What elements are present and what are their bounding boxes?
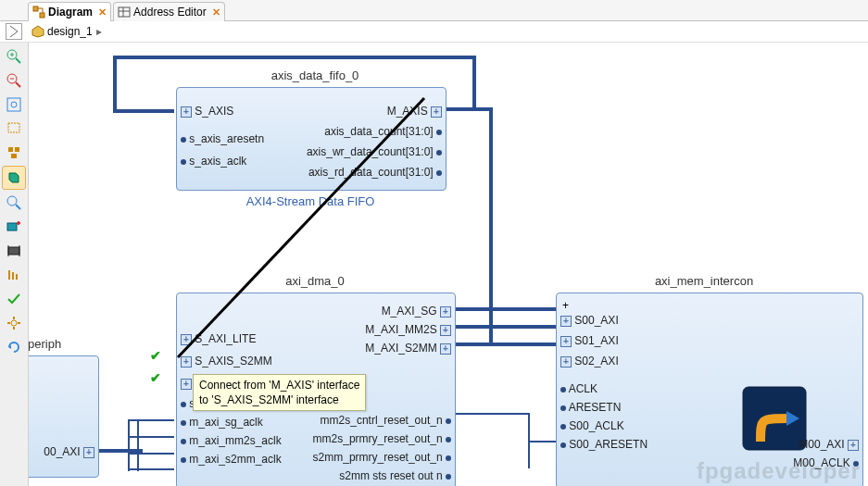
port-fifo-data-count[interactable]: axis_data_count[31:0] <box>324 125 442 138</box>
wire <box>456 413 530 415</box>
expand-icon[interactable]: + <box>848 440 859 451</box>
breadcrumb-nav-icon[interactable] <box>6 23 22 40</box>
port-ic-s02-axi[interactable]: + S02_AXI <box>560 355 619 368</box>
bars-icon[interactable] <box>3 264 25 286</box>
port-dma-s-axi-lite[interactable]: + S_AXI_LITE <box>181 332 256 345</box>
tab-address-editor[interactable]: Address Editor ✕ <box>113 2 225 21</box>
expand-icon[interactable]: + <box>560 356 572 368</box>
tooltip-line1: Connect from 'M_AXIS' interface <box>199 378 359 393</box>
port-dma-mm2s-prmry-reset[interactable]: mm2s_prmry_reset_out_n <box>313 432 451 445</box>
expand-icon[interactable]: + <box>560 336 572 347</box>
svg-rect-0 <box>33 6 38 11</box>
watermark: fpgadeveloper <box>697 458 861 484</box>
port-ic-m00-axi[interactable]: M00_AXI + <box>799 438 859 451</box>
port-fifo-s-axis[interactable]: + S_AXIS <box>181 105 233 118</box>
port-dma-mm2s-cntrl-reset[interactable]: mm2s_cntrl_reset_out_n <box>321 414 451 427</box>
constraints-icon[interactable] <box>3 240 25 262</box>
tab-address-editor-close-icon[interactable]: ✕ <box>212 6 220 19</box>
svg-rect-29 <box>12 272 14 280</box>
expand-icon[interactable]: + <box>83 447 94 458</box>
wire <box>128 436 174 438</box>
add-ip-icon[interactable] <box>3 216 25 238</box>
wire <box>113 56 117 110</box>
svg-line-11 <box>16 82 20 87</box>
svg-rect-15 <box>8 123 19 132</box>
port-fifo-aresetn[interactable]: s_axis_aresetn <box>181 132 264 145</box>
auto-layout-icon[interactable] <box>3 142 25 164</box>
expand-icon[interactable]: + <box>440 306 451 318</box>
port-dma-s2mm-prmry-reset[interactable]: s2mm_prmry_reset_out_n <box>313 451 451 464</box>
settings-icon[interactable] <box>3 312 25 334</box>
svg-rect-25 <box>8 247 19 255</box>
svg-line-21 <box>16 205 20 209</box>
wire <box>456 307 558 311</box>
wire <box>472 56 476 109</box>
expand-icon[interactable]: + <box>440 325 451 336</box>
validate-icon[interactable] <box>3 288 25 310</box>
zoom-in-icon[interactable] <box>3 45 25 68</box>
expand-icon[interactable]: + <box>560 316 572 327</box>
tab-diagram-close-icon[interactable]: ✕ <box>98 6 107 19</box>
port-periph-00-axi[interactable]: 00_AXI + <box>44 445 94 458</box>
svg-rect-16 <box>8 147 13 152</box>
sidebar-toolbar <box>0 43 29 486</box>
expand-icon[interactable]: + <box>181 356 192 368</box>
wire <box>128 419 130 471</box>
port-dma-m-axi-mm2s-aclk[interactable]: m_axi_mm2s_aclk <box>181 434 282 447</box>
svg-line-7 <box>16 58 20 63</box>
interconnect-icon <box>742 386 807 451</box>
design-icon <box>31 25 44 38</box>
svg-point-20 <box>7 196 17 206</box>
port-fifo-aclk[interactable]: s_axis_aclk <box>181 155 246 168</box>
port-dma-s2mm-sts-reset[interactable]: s2mm sts reset out n <box>339 469 451 482</box>
diagram-canvas[interactable]: axis_data_fifo_0 + S_AXIS s_axis_aresetn… <box>28 43 868 486</box>
port-dma-m-axi-sg[interactable]: M_AXI_SG + <box>382 305 451 318</box>
svg-rect-28 <box>8 270 10 280</box>
port-ic-s00-axi[interactable]: + S00_AXI <box>560 314 619 327</box>
svg-rect-17 <box>15 147 19 152</box>
svg-point-31 <box>11 320 17 326</box>
breadcrumb-design-label[interactable]: design_1 <box>47 25 93 38</box>
wire <box>128 453 174 455</box>
regenerate-icon[interactable] <box>3 336 25 358</box>
breadcrumb: design_1 ▸ <box>28 21 868 43</box>
expand-block-icon[interactable]: + <box>562 299 569 312</box>
tab-diagram[interactable]: Diagram ✕ <box>28 2 111 21</box>
port-ic-s01-axi[interactable]: + S01_AXI <box>560 334 619 347</box>
expand-icon[interactable]: + <box>181 379 192 390</box>
port-dma-m-axi-s2mm[interactable]: M_AXI_S2MM + <box>365 342 451 355</box>
expand-icon[interactable]: + <box>181 106 192 118</box>
check-icon: ✔ <box>150 370 161 385</box>
axis-data-fifo-block[interactable]: + S_AXIS s_axis_aresetn s_axis_aclk M_AX… <box>176 87 447 191</box>
port-ic-s00-aclk[interactable]: S00_ACLK <box>560 419 624 432</box>
highlight-icon[interactable] <box>2 166 26 190</box>
port-dma-m-axi-sg-aclk[interactable]: m_axi_sg_aclk <box>181 416 263 429</box>
port-dma-m-axi-mm2s[interactable]: M_AXI_MM2S + <box>365 323 451 336</box>
port-ic-s00-aresetn[interactable]: S00_ARESETN <box>560 438 648 451</box>
expand-icon[interactable]: + <box>440 343 451 355</box>
wire <box>128 419 174 421</box>
port-dma-m-axi-s2mm-aclk[interactable]: m_axi_s2mm_aclk <box>181 453 282 466</box>
port-dma-s-axis-s2mm[interactable]: + S_AXIS_S2MM <box>181 355 272 368</box>
breadcrumb-arrow-icon[interactable]: ▸ <box>96 25 102 38</box>
tabstrip: Diagram ✕ Address Editor ✕ <box>28 0 868 21</box>
svg-rect-2 <box>119 7 130 17</box>
expand-icon[interactable]: + <box>431 106 442 118</box>
axis-data-fifo-subtitle: AXI4-Stream Data FIFO <box>176 194 445 208</box>
periph-block[interactable]: 00_AXI + <box>28 355 99 478</box>
marquee-icon[interactable] <box>3 118 25 140</box>
periph-title: periph <box>28 337 83 351</box>
port-fifo-m-axis[interactable]: M_AXIS + <box>387 105 442 118</box>
axi-mem-intercon-block[interactable]: + + S00_AXI + S01_AXI + S02_AXI ACLK ARE… <box>556 293 863 486</box>
search-icon[interactable] <box>3 192 25 214</box>
expand-icon[interactable]: + <box>181 334 192 345</box>
wire <box>456 343 558 346</box>
port-fifo-wr-data-count[interactable]: axis_wr_data_count[31:0] <box>307 145 442 158</box>
wire <box>113 109 174 113</box>
zoom-fit-icon[interactable] <box>3 93 25 116</box>
zoom-out-icon[interactable] <box>3 69 25 92</box>
port-fifo-rd-data-count[interactable]: axis_rd_data_count[31:0] <box>308 166 442 179</box>
tabstrip-left-gutter <box>0 0 28 21</box>
port-ic-aresetn[interactable]: ARESETN <box>560 401 621 414</box>
port-ic-aclk[interactable]: ACLK <box>560 382 598 395</box>
